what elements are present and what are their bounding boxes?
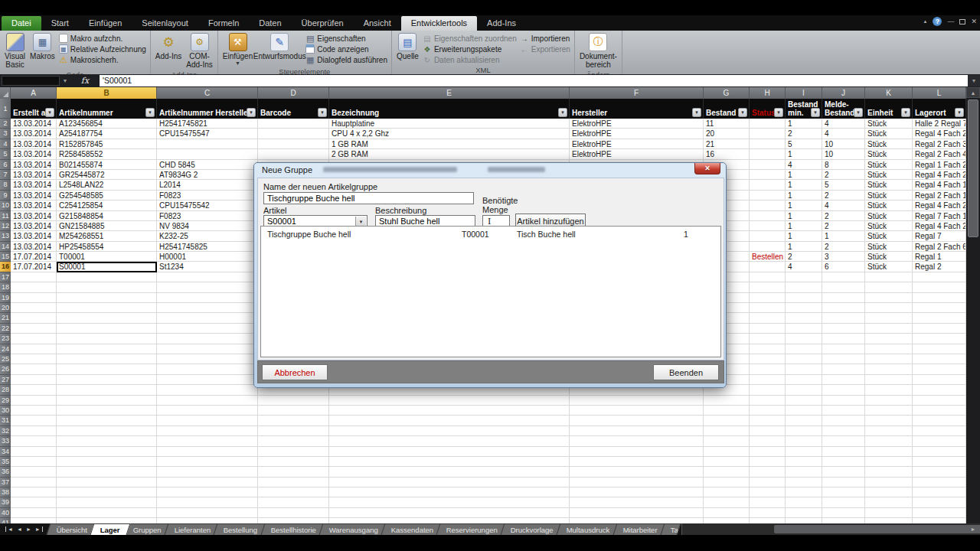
grid-cell-H35[interactable]	[750, 457, 786, 467]
grid-cell-H32[interactable]	[750, 426, 786, 436]
grid-cell-H7[interactable]	[750, 170, 786, 180]
grid-cell-G35[interactable]	[704, 457, 750, 467]
grid-cell-C11[interactable]: F0823	[157, 211, 258, 221]
grid-cell-J40[interactable]	[822, 508, 865, 518]
grid-cell-H22[interactable]	[750, 324, 786, 334]
grid-cell-L21[interactable]	[913, 313, 966, 323]
grid-cell-H8[interactable]	[750, 180, 786, 190]
filter-dropdown-icon[interactable]: ▼	[774, 108, 783, 117]
grid-cell-C22[interactable]	[157, 324, 258, 334]
vertical-scroll-thumb[interactable]	[968, 99, 978, 237]
grid-cell-F37[interactable]	[570, 478, 704, 487]
grid-cell-K14[interactable]: Stück	[865, 242, 913, 252]
grid-cell-H25[interactable]	[750, 354, 786, 364]
grid-cell-J2[interactable]: 4	[822, 119, 865, 129]
prev-sheet-icon[interactable]: ◄	[17, 527, 22, 532]
filter-dropdown-icon[interactable]: ▼	[854, 108, 863, 117]
grid-cell-J10[interactable]: 4	[822, 201, 865, 210]
grid-cell-D35[interactable]	[258, 457, 329, 467]
grid-cell-I36[interactable]	[786, 467, 822, 477]
horizontal-scrollbar[interactable]: ►	[681, 523, 980, 535]
grid-cell-L26[interactable]	[913, 364, 966, 374]
grid-cell-J6[interactable]: 8	[822, 160, 865, 170]
table-header-D[interactable]: Barcode▼	[258, 99, 329, 119]
row-number[interactable]: 33	[0, 436, 11, 446]
grid-cell-J22[interactable]	[822, 324, 865, 334]
ribbon-button-makros[interactable]: ▦Makros	[28, 32, 57, 62]
column-letter-H[interactable]: H	[750, 87, 786, 99]
grid-cell-L7[interactable]: Regal 4 Fach 23	[913, 170, 966, 180]
grid-cell-G29[interactable]	[704, 396, 750, 406]
grid-cell-L5[interactable]: Regal 2 Fach 4	[913, 149, 966, 159]
filter-dropdown-icon[interactable]: ▼	[955, 108, 964, 117]
grid-cell-J36[interactable]	[822, 467, 865, 477]
grid-cell-I33[interactable]	[786, 436, 822, 446]
row-number[interactable]: 12	[0, 221, 11, 231]
grid-cell-A19[interactable]	[11, 293, 57, 303]
grid-cell-I18[interactable]	[786, 282, 822, 292]
grid-cell-A29[interactable]	[11, 396, 57, 406]
grid-cell-K27[interactable]	[865, 375, 913, 385]
grid-cell-C17[interactable]	[157, 272, 258, 282]
grid-cell-E2[interactable]: Hauptplatine	[329, 119, 570, 129]
grid-cell-L40[interactable]	[913, 508, 966, 518]
grid-cell-K34[interactable]	[865, 447, 913, 457]
grid-cell-K25[interactable]	[865, 354, 913, 364]
grid-cell-J27[interactable]	[822, 375, 865, 385]
grid-cell-A21[interactable]	[11, 313, 57, 323]
grid-cell-H11[interactable]	[750, 211, 786, 221]
column-letter-L[interactable]: L	[913, 87, 966, 99]
grid-cell-A6[interactable]: 13.03.2014	[11, 160, 57, 170]
grid-cell-J19[interactable]	[822, 293, 865, 303]
grid-cell-C33[interactable]	[157, 436, 258, 446]
sheet-tab-ta[interactable]: Ta	[660, 523, 681, 535]
grid-cell-G37[interactable]	[704, 478, 750, 487]
grid-cell-K2[interactable]: Stück	[865, 119, 913, 129]
grid-cell-F34[interactable]	[570, 447, 704, 457]
column-letter-F[interactable]: F	[570, 87, 704, 99]
grid-cell-L32[interactable]	[913, 426, 966, 436]
row-number[interactable]: 1	[0, 99, 11, 119]
grid-cell-E37[interactable]	[329, 478, 570, 487]
table-header-C[interactable]: Artikelnummer Hersteller▼	[157, 99, 258, 119]
grid-cell-L29[interactable]	[913, 396, 966, 406]
grid-cell-E38[interactable]	[329, 487, 570, 497]
row-number[interactable]: 13	[0, 231, 11, 241]
grid-cell-A22[interactable]	[11, 324, 57, 334]
last-sheet-icon[interactable]: ►	[35, 527, 43, 532]
grid-cell-B16[interactable]: S00001	[57, 262, 157, 272]
grid-cell-C37[interactable]	[157, 478, 258, 487]
row-number[interactable]: 23	[0, 334, 11, 344]
grid-cell-C15[interactable]: H00001	[157, 252, 258, 262]
row-number[interactable]: 21	[0, 313, 11, 323]
grid-cell-C30[interactable]	[157, 406, 258, 416]
grid-cell-K38[interactable]	[865, 487, 913, 497]
grid-cell-J11[interactable]: 2	[822, 211, 865, 221]
grid-cell-C27[interactable]	[157, 375, 258, 385]
grid-cell-B40[interactable]	[57, 508, 157, 518]
grid-cell-K8[interactable]: Stück	[865, 180, 913, 190]
grid-cell-I39[interactable]	[786, 497, 822, 507]
row-number[interactable]: 7	[0, 170, 11, 180]
row-number[interactable]: 41	[0, 518, 11, 523]
grid-cell-G39[interactable]	[704, 497, 750, 507]
grid-cell-E40[interactable]	[329, 508, 570, 518]
grid-cell-L2[interactable]: Halle 2 Regal 7a	[913, 119, 966, 129]
grid-cell-B21[interactable]	[57, 313, 157, 323]
grid-cell-G30[interactable]	[704, 406, 750, 416]
grid-cell-K33[interactable]	[865, 436, 913, 446]
row-number[interactable]: 32	[0, 426, 11, 436]
grid-cell-J37[interactable]	[822, 478, 865, 487]
grid-cell-L14[interactable]: Regal 2 Fach 6	[913, 242, 966, 252]
grid-cell-H26[interactable]	[750, 364, 786, 374]
grid-cell-H23[interactable]	[750, 334, 786, 344]
grid-cell-H9[interactable]	[750, 191, 786, 201]
grid-cell-F32[interactable]	[570, 426, 704, 436]
grid-cell-B9[interactable]: G254548585	[57, 191, 157, 201]
grid-cell-G33[interactable]	[704, 436, 750, 446]
grid-cell-H3[interactable]	[750, 129, 786, 139]
grid-cell-F30[interactable]	[570, 406, 704, 416]
grid-cell-K22[interactable]	[865, 324, 913, 334]
grid-cell-D39[interactable]	[258, 497, 329, 507]
grid-cell-I26[interactable]	[786, 364, 822, 374]
